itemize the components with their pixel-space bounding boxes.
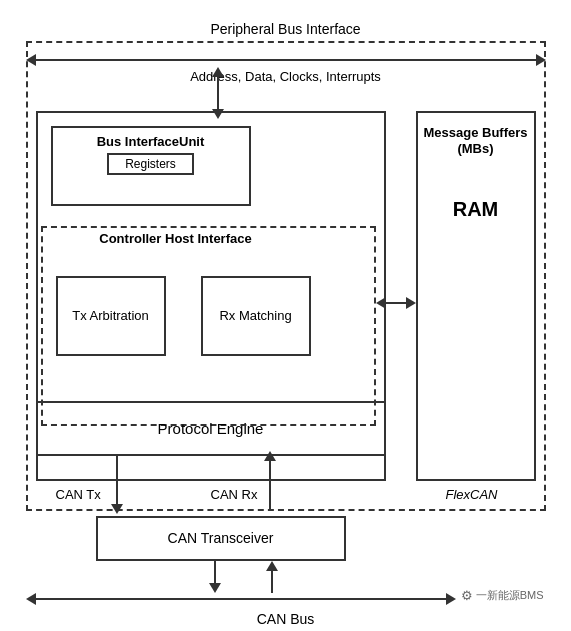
can-rx-label: CAN Rx: [211, 487, 258, 502]
horiz-mid-line: [386, 302, 406, 304]
can-bus-arrowhead-right-icon: [446, 593, 456, 605]
message-buffers-box: Message Buffers (MBs) RAM: [416, 111, 536, 481]
peripheral-bus-label: Peripheral Bus Interface: [210, 21, 360, 37]
can-tx-line: [116, 456, 118, 504]
trans-to-bus-arrow: [209, 561, 221, 593]
can-rx-arrowhead-icon: [264, 451, 276, 461]
horiz-arrowhead-right-icon: [406, 297, 416, 309]
watermark-text: 一新能源BMS: [476, 588, 544, 603]
can-rx-arrow: [264, 451, 276, 509]
flexcan-label: FlexCAN: [446, 487, 498, 502]
watermark: ⚙ 一新能源BMS: [461, 588, 544, 603]
flexcan-diagram: Peripheral Bus Interface Address, Data, …: [16, 11, 556, 621]
protocol-engine-box: Protocol Engine: [36, 401, 386, 456]
protocol-engine-label: Protocol Engine: [158, 420, 264, 437]
tx-arbitration-box: Tx Arbitration: [56, 276, 166, 356]
controller-host-label: Controller Host Interface: [96, 231, 256, 246]
registers-label: Registers: [125, 157, 176, 171]
can-tx-arrowhead-icon: [111, 504, 123, 514]
message-buffers-label: Message Buffers (MBs): [418, 125, 534, 159]
rx-matching-label: Rx Matching: [219, 308, 291, 323]
trans-up-line: [271, 571, 273, 593]
can-rx-line: [269, 461, 271, 509]
can-transceiver-label: CAN Transceiver: [168, 530, 274, 546]
bus-interface-unit-box: Bus InterfaceUnit Registers: [51, 126, 251, 206]
trans-down-arrowhead-icon: [209, 583, 221, 593]
ram-label: RAM: [453, 198, 499, 221]
can-bus-line: [36, 598, 446, 600]
bus-up-arrowhead-icon: [266, 561, 278, 571]
trans-down-line: [214, 561, 216, 583]
tx-arbitration-label: Tx Arbitration: [72, 308, 149, 323]
horiz-arrowhead-left-icon: [376, 297, 386, 309]
registers-box: Registers: [107, 153, 194, 175]
watermark-icon: ⚙: [461, 588, 473, 603]
rx-matching-box: Rx Matching: [201, 276, 311, 356]
can-bus-arrowhead-left-icon: [26, 593, 36, 605]
can-bus-label: CAN Bus: [257, 611, 315, 627]
can-bus-arrow: [26, 593, 456, 605]
can-tx-label: CAN Tx: [56, 487, 101, 502]
can-tx-arrow: [111, 456, 123, 514]
bus-to-trans-arrow: [266, 561, 278, 593]
host-to-ram-arrow: [376, 296, 416, 310]
can-transceiver-box: CAN Transceiver: [96, 516, 346, 561]
bus-interface-label: Bus InterfaceUnit: [97, 134, 205, 149]
